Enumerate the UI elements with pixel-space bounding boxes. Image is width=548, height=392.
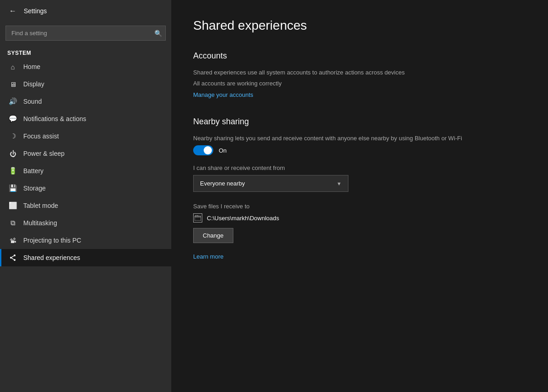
page-title: Shared experiences [193,18,526,33]
sidebar-item-home[interactable]: ⌂ Home [0,58,171,75]
sidebar-item-sound[interactable]: 🔊 Sound [0,93,171,110]
shared-icon [9,254,17,262]
sidebar-item-label: Home [23,63,40,70]
storage-icon: 💾 [9,184,17,192]
accounts-status: All accounts are working correctly [193,80,526,87]
toggle-label: On [219,147,227,154]
multitasking-icon: ⧉ [9,219,17,227]
sidebar-item-shared[interactable]: Shared experiences [0,249,171,266]
sound-icon: 🔊 [9,97,17,106]
focus-icon: ☽ [9,132,17,140]
sidebar-item-label: Power & sleep [23,150,64,157]
toggle-knob [204,146,212,154]
tablet-icon: ⬜ [9,201,17,210]
back-icon: ← [9,7,16,15]
sidebar-item-storage[interactable]: 💾 Storage [0,180,171,197]
nearby-section: Nearby sharing Nearby sharing lets you s… [193,117,526,261]
battery-icon: 🔋 [9,167,17,175]
sidebar-item-projecting[interactable]: 📽 Projecting to this PC [0,232,171,249]
sidebar-app-title: Settings [24,7,47,15]
sidebar-item-focus[interactable]: ☽ Focus assist [0,127,171,145]
manage-accounts-link[interactable]: Manage your accounts [193,91,253,98]
search-icon[interactable]: 🔍 [154,30,162,37]
sidebar-item-label: Tablet mode [23,202,58,209]
content-source-dropdown[interactable]: Everyone nearby ▼ [193,175,348,192]
main-content: Shared experiences Accounts Shared exper… [171,0,548,392]
dropdown-label: I can share or receive content from [193,164,526,171]
change-button[interactable]: Change [193,228,233,243]
back-button[interactable]: ← [7,5,18,17]
sidebar-item-label: Battery [23,167,43,175]
sidebar-item-display[interactable]: 🖥 Display [0,75,171,93]
sidebar-item-notifications[interactable]: 💬 Notifications & actions [0,110,171,127]
sidebar-item-label: Notifications & actions [23,115,86,122]
power-icon: ⏻ [9,149,17,158]
nearby-toggle[interactable] [193,145,213,155]
svg-line-4 [12,258,14,260]
accounts-section: Accounts Shared experiences use all syst… [193,51,526,99]
sidebar-item-label: Focus assist [23,132,59,140]
display-icon: 🖥 [9,80,17,88]
sidebar-item-power[interactable]: ⏻ Power & sleep [0,145,171,162]
sidebar-item-label: Sound [23,98,42,105]
nearby-section-title: Nearby sharing [193,117,526,127]
file-path-text: C:\Users\markh\Downloads [207,215,279,222]
accounts-description: Shared experiences use all system accoun… [193,68,526,77]
dropdown-value: Everyone nearby [200,180,245,187]
sidebar-header: ← Settings [0,0,171,22]
chevron-down-icon: ▼ [337,181,342,186]
sidebar-item-label: Multitasking [23,219,57,227]
sidebar-item-battery[interactable]: 🔋 Battery [0,162,171,180]
nearby-description: Nearby sharing lets you send and receive… [193,134,526,143]
learn-more-link[interactable]: Learn more [193,253,223,260]
system-label: System [0,46,171,58]
projecting-icon: 📽 [9,236,17,244]
svg-line-3 [12,256,14,257]
sidebar-item-multitasking[interactable]: ⧉ Multitasking [0,214,171,232]
toggle-row: On [193,145,526,155]
sidebar: ← Settings 🔍 System ⌂ Home 🖥 Display 🔊 S… [0,0,171,392]
sidebar-item-label: Display [23,80,44,88]
folder-icon [193,213,202,222]
file-path-row: C:\Users\markh\Downloads [193,213,526,222]
svg-point-2 [14,259,16,261]
sidebar-item-label: Shared experiences [23,254,80,261]
notifications-icon: 💬 [9,115,17,123]
sidebar-item-label: Storage [23,185,46,192]
save-files-label: Save files I receive to [193,203,526,210]
svg-point-0 [14,254,16,256]
search-input[interactable] [5,26,166,41]
svg-point-1 [10,257,12,259]
accounts-section-title: Accounts [193,51,526,61]
sidebar-item-label: Projecting to this PC [23,237,81,244]
sidebar-item-tablet[interactable]: ⬜ Tablet mode [0,197,171,214]
search-box: 🔍 [5,26,166,41]
home-icon: ⌂ [9,63,17,71]
